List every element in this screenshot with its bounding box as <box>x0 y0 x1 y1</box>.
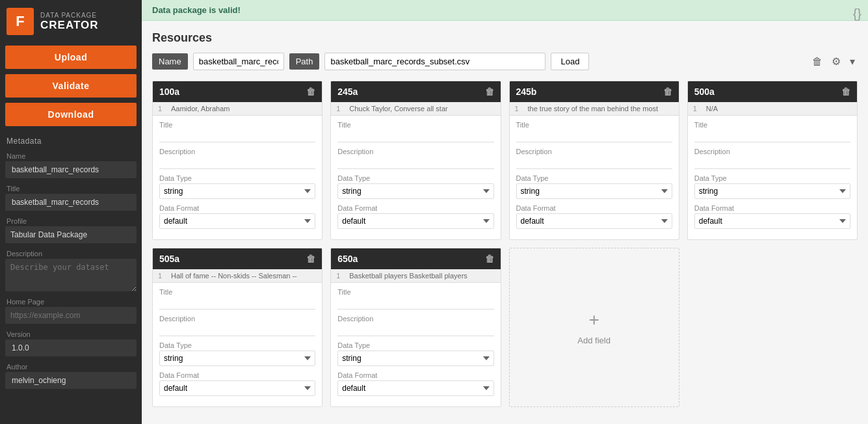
dataformat-select[interactable]: defaultemailuribinaryuuid <box>694 213 850 229</box>
card-body-100a: Title Description Data Type stringnumber… <box>153 116 322 239</box>
datatype-select[interactable]: stringnumberintegerbooleanobjectarraydat… <box>694 183 850 199</box>
title-input[interactable] <box>337 297 493 310</box>
card-trash-icon-100a[interactable]: 🗑 <box>306 86 315 97</box>
plus-icon: + <box>588 310 599 330</box>
name-value: basketball_marc_records <box>5 161 137 178</box>
title-field-label: Title <box>159 121 315 129</box>
logo-top: DATA PACKAGE <box>40 12 99 19</box>
title-group: Title <box>159 121 315 142</box>
title-input[interactable] <box>159 130 315 142</box>
card-title-650a: 650a <box>337 254 358 264</box>
datatype-group: Data Type stringnumberintegerbooleanobje… <box>337 174 493 199</box>
download-button[interactable]: Download <box>5 103 137 126</box>
card-preview-650a: 1 Basketball players Basketball players <box>331 269 500 283</box>
description-input[interactable] <box>337 157 493 169</box>
description-input[interactable] <box>337 324 493 336</box>
main-wrapper: Data package is valid! {} Resources Name… <box>142 0 868 424</box>
card-trash-icon-505a[interactable]: 🗑 <box>306 254 315 264</box>
description-group: Description <box>159 148 315 169</box>
upload-button[interactable]: Upload <box>5 46 137 69</box>
field-card-245a: 245a 🗑 1 Chuck Taylor, Converse all star… <box>330 81 501 240</box>
logo-icon: F <box>7 8 34 35</box>
dataformat-group: Data Format defaultemailuribinaryuuid <box>516 204 672 229</box>
card-trash-icon-245a[interactable]: 🗑 <box>485 86 494 97</box>
datatype-label: Data Type <box>337 174 493 182</box>
card-body-505a: Title Description Data Type stringnumber… <box>153 283 322 406</box>
datatype-group: Data Type stringnumberintegerbooleanobje… <box>159 341 315 366</box>
title-input[interactable] <box>337 130 493 142</box>
card-title-245a: 245a <box>337 86 358 97</box>
description-input[interactable] <box>516 157 672 169</box>
field-card-245b: 245b 🗑 1 the true story of the man behin… <box>509 81 679 240</box>
title-input[interactable] <box>516 130 672 142</box>
dataformat-select[interactable]: defaultemailuribinaryuuid <box>159 213 315 229</box>
metadata-label: Metadata <box>0 129 142 148</box>
description-input[interactable] <box>694 157 850 169</box>
add-field-card[interactable]: + Add field <box>509 248 679 407</box>
card-title-245b: 245b <box>516 86 537 97</box>
field-card-650a: 650a 🗑 1 Basketball players Basketball p… <box>330 248 501 407</box>
description-input[interactable] <box>159 157 315 169</box>
card-body-500a: Title Description Data Type stringnumber… <box>688 116 857 239</box>
datatype-label: Data Type <box>694 174 850 182</box>
title-field-label: Title <box>337 288 493 296</box>
card-header-100a: 100a 🗑 <box>153 81 322 102</box>
card-trash-icon-500a[interactable]: 🗑 <box>841 86 850 97</box>
description-group: Description <box>516 148 672 169</box>
preview-text: Aamidor, Abraham <box>171 105 230 113</box>
homepage-input[interactable] <box>5 307 137 324</box>
datatype-select[interactable]: stringnumberintegerbooleanobjectarraydat… <box>159 183 315 199</box>
title-input[interactable] <box>159 297 315 310</box>
row-num: 1 <box>336 272 345 280</box>
description-textarea[interactable] <box>5 259 137 291</box>
datatype-select[interactable]: stringnumberintegerbooleanobjectarraydat… <box>337 183 493 199</box>
card-preview-100a: 1 Aamidor, Abraham <box>153 102 322 116</box>
title-group: Title <box>694 121 850 142</box>
card-header-650a: 650a 🗑 <box>331 248 500 269</box>
toolbar-icons: 🗑 ⚙ ▾ <box>809 54 858 69</box>
datatype-group: Data Type stringnumberintegerbooleanobje… <box>516 174 672 199</box>
dataformat-select[interactable]: defaultemailuribinaryuuid <box>159 380 315 396</box>
card-preview-245a: 1 Chuck Taylor, Converse all star <box>331 102 500 116</box>
logo-text: DATA PACKAGE CREATOR <box>40 12 99 32</box>
trash-icon[interactable]: 🗑 <box>809 55 825 69</box>
logo: F DATA PACKAGE CREATOR <box>0 0 142 43</box>
main-content: Resources Name Path Load 🗑 ⚙ ▾ 100a 🗑 1 … <box>142 21 868 424</box>
load-button[interactable]: Load <box>551 53 589 70</box>
row-num: 1 <box>515 105 524 113</box>
version-label: Version <box>0 326 142 339</box>
datatype-select[interactable]: stringnumberintegerbooleanobjectarraydat… <box>337 351 493 366</box>
title-group: Title <box>337 288 493 310</box>
preview-text: Hall of fame -- Non-skids -- Salesman -- <box>171 272 297 280</box>
chevron-down-icon[interactable]: ▾ <box>847 54 858 69</box>
card-trash-icon-245b[interactable]: 🗑 <box>663 86 672 97</box>
profile-select[interactable]: Tabular Data Package <box>5 226 137 243</box>
field-card-505a: 505a 🗑 1 Hall of fame -- Non-skids -- Sa… <box>152 248 322 407</box>
dataformat-label: Data Format <box>337 204 493 212</box>
resource-path-input[interactable] <box>324 53 546 70</box>
resource-name-input[interactable] <box>193 53 284 70</box>
title-field-label: Title <box>694 121 850 129</box>
title-input[interactable] <box>694 130 850 142</box>
sidebar: F DATA PACKAGE CREATOR Upload Validate D… <box>0 0 142 424</box>
description-input[interactable] <box>159 324 315 336</box>
dataformat-select[interactable]: defaultemailuribinaryuuid <box>337 213 493 229</box>
datatype-select[interactable]: stringnumberintegerbooleanobjectarraydat… <box>159 351 315 366</box>
settings-icon[interactable]: ⚙ <box>829 54 843 69</box>
description-group: Description <box>337 315 493 336</box>
dataformat-select[interactable]: defaultemailuribinaryuuid <box>337 380 493 396</box>
card-trash-icon-650a[interactable]: 🗑 <box>485 254 494 264</box>
dataformat-select[interactable]: defaultemailuribinaryuuid <box>516 213 672 229</box>
datatype-select[interactable]: stringnumberintegerbooleanobjectarraydat… <box>516 183 672 199</box>
row-num: 1 <box>158 105 167 113</box>
validate-button[interactable]: Validate <box>5 74 137 98</box>
description-field-label: Description <box>694 148 850 155</box>
card-title-100a: 100a <box>159 86 179 97</box>
description-group: Description <box>337 148 493 169</box>
add-field-label: Add field <box>577 336 611 345</box>
cards-grid: 100a 🗑 1 Aamidor, Abraham Title Descript… <box>152 81 858 407</box>
code-icon[interactable]: {} <box>847 0 868 28</box>
dataformat-label: Data Format <box>159 371 315 379</box>
name-label-tag: Name <box>152 53 188 70</box>
profile-select-wrap: Tabular Data Package <box>5 226 137 243</box>
